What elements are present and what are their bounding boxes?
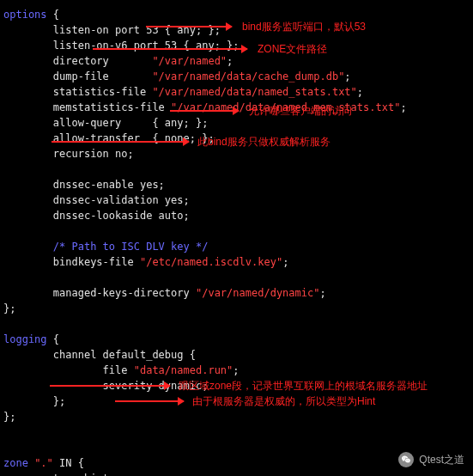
arrow-icon — [93, 48, 247, 50]
dnssec-lookaside-line: dnssec-lookaside auto; — [3, 210, 190, 222]
wechat-icon — [398, 452, 414, 467]
arrow-icon — [146, 26, 232, 27]
annotation-zone-root: 跟区域zone段，记录世界互联网上的根域名服务器地址 — [179, 378, 428, 394]
dump-file-label: dump-file — [3, 70, 152, 82]
annotation-listen-port: bind服务监听端口，默认53 — [242, 19, 366, 34]
stats-value: "/var/named/data/named_stats.txt" — [152, 86, 356, 98]
logging-close: }; — [3, 411, 15, 423]
path-comment: /* Path to ISC DLV key */ — [3, 241, 208, 253]
watermark-text: Qtest之道 — [419, 452, 464, 467]
options-close: }; — [3, 302, 15, 314]
annotation-type-hint: 由于根服务器是权威的，所以类型为Hint — [192, 394, 375, 409]
arrow-icon — [115, 400, 184, 402]
annotation-zone-path: ZONE文件路径 — [258, 41, 327, 57]
arrow-icon — [170, 110, 239, 112]
memstats-label: memstatistics-file — [3, 101, 171, 113]
directory-value: "/var/named" — [152, 55, 227, 67]
directory-label: directory — [3, 55, 152, 67]
zone-name: "." — [28, 457, 59, 469]
type-hint-line: type hint; — [3, 473, 115, 476]
channel-close: }; — [3, 395, 65, 407]
recursion-line: recursion no; — [3, 148, 134, 160]
allow-query-line: allow-query { any; }; — [3, 117, 208, 129]
options-keyword: options — [3, 9, 47, 21]
zone-in: IN { — [59, 457, 84, 469]
managed-value: "/var/named/dynamic" — [196, 287, 320, 299]
arrow-icon — [50, 385, 170, 387]
watermark: Qtest之道 — [398, 452, 464, 467]
bindkeys-label: bindkeys-file — [3, 256, 140, 268]
dnssec-validation-line: dnssec-validation yes; — [3, 194, 190, 206]
annotation-allow-query: 允许哪些客户端的访问 — [249, 103, 352, 119]
logging-keyword: logging — [3, 333, 47, 345]
stats-label: statistics-file — [3, 86, 152, 98]
dnssec-enable-line: dnssec-enable yes; — [3, 179, 165, 191]
channel-line: channel default_debug { — [3, 349, 196, 361]
zone-keyword: zone — [3, 457, 28, 469]
bindkeys-value: "/etc/named.iscdlv.key" — [140, 256, 282, 268]
logfile-label: file — [3, 364, 134, 376]
logfile-value: "data/named.run" — [134, 364, 233, 376]
arrow-icon — [52, 141, 189, 143]
dump-file-value: "/var/named/data/cache_dump.db" — [152, 70, 344, 82]
managed-label: managed-keys-directory — [3, 287, 196, 299]
annotation-recursion: 此bind服务只做权威解析服务 — [197, 134, 330, 150]
